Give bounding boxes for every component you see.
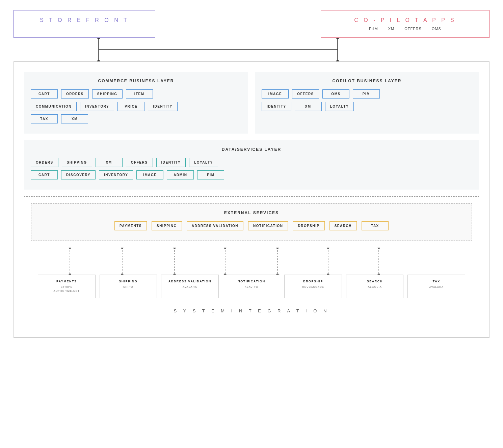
tag-item: ITEM	[126, 89, 153, 99]
copilot-layer-title: COPILOT BUSINESS LAYER	[262, 79, 472, 83]
svg-point-26	[378, 248, 380, 249]
tag-ext-dropship: DROPSHIP	[293, 221, 324, 230]
copilot-title: C O - P I L O T A P P S	[331, 17, 479, 23]
tag-ds-identity: IDENTITY	[156, 158, 186, 167]
page: S T O R E F R O N T C O - P I L O T A P …	[0, 0, 503, 348]
svg-point-9	[69, 274, 71, 275]
tag-ds-offers: OFFERS	[126, 158, 153, 167]
tag-oms: OMS	[322, 89, 349, 99]
commerce-business-layer: COMMERCE BUSINESS LAYER CART ORDERS SHIP…	[24, 72, 248, 134]
copilot-sub: P:IM XM OFFERS OMS	[331, 27, 479, 31]
system-shipping-title: SHIPPING	[103, 280, 154, 283]
tag-tax: TAX	[31, 114, 58, 123]
tag-ds-discovery: DISCOVERY	[61, 170, 96, 179]
commerce-layer-title: COMMERCE BUSINESS LAYER	[31, 79, 241, 83]
system-search-sub: ALGOLIA	[350, 285, 400, 289]
system-box-address: ADDRESS VALIDATION AVALARA	[161, 275, 219, 298]
svg-point-18	[224, 274, 227, 275]
tag-cart: CART	[31, 89, 58, 99]
commerce-row3: TAX XM	[31, 114, 241, 123]
tag-ext-shipping: SHIPPING	[152, 221, 182, 230]
tag-ext-address: ADDRESS VALIDATION	[187, 221, 243, 230]
system-address-sub: AVALARA	[165, 285, 215, 289]
business-layers-row: COMMERCE BUSINESS LAYER CART ORDERS SHIP…	[24, 72, 479, 134]
system-shipping-sub: SHIPO	[103, 285, 154, 289]
commerce-row1: CART ORDERS SHIPPING ITEM	[31, 89, 241, 99]
tag-loyalty: LOYALTY	[325, 102, 354, 111]
dashed-connectors	[31, 248, 472, 275]
copilot-sub-item: XM	[388, 27, 395, 31]
tag-ds-xm: XM	[96, 158, 123, 167]
tag-ds-shipping: SHIPPING	[62, 158, 92, 167]
tag-ext-payments: PAYMENTS	[114, 221, 147, 230]
data-services-row1: ORDERS SHIPPING XM OFFERS IDENTITY LOYAL…	[31, 158, 472, 167]
external-services-container: EXTERNAL SERVICES PAYMENTS SHIPPING ADDR…	[24, 196, 479, 327]
copilot-business-layer: COPILOT BUSINESS LAYER IMAGE OFFERS OMS …	[255, 72, 479, 134]
copilot-sub-item: P:IM	[369, 27, 378, 31]
system-box-dropship: DROPSHIP REVCASCADE	[284, 275, 342, 298]
tag-ds-orders: ORDERS	[31, 158, 58, 167]
system-address-title: ADDRESS VALIDATION	[165, 280, 215, 283]
tag-ds-inventory: INVENTORY	[99, 170, 133, 179]
tag-image: IMAGE	[262, 89, 289, 99]
tag-ds-loyalty: LOYALTY	[189, 158, 218, 167]
data-services-row2: CART DISCOVERY INVENTORY IMAGE ADMIN PIM	[31, 170, 472, 179]
system-integration-label: S Y S T E M I N T E G R A T I O N	[31, 308, 472, 313]
svg-point-17	[224, 248, 227, 249]
svg-point-21	[276, 274, 279, 275]
svg-point-12	[121, 274, 124, 275]
svg-point-24	[327, 274, 329, 275]
system-box-notification: NOTIFICATION KLAVIYO	[223, 275, 281, 298]
tag-inventory: INVENTORY	[80, 102, 114, 111]
system-search-title: SEARCH	[350, 280, 400, 283]
external-services-inner: EXTERNAL SERVICES PAYMENTS SHIPPING ADDR…	[31, 203, 472, 241]
tag-price: PRICE	[117, 102, 144, 111]
copilot-sub-item: OFFERS	[404, 27, 422, 31]
svg-point-14	[174, 248, 176, 249]
system-payments-title: PAYMENTS	[42, 280, 92, 283]
system-tax-sub: AVALARA	[411, 285, 461, 289]
svg-point-11	[121, 248, 124, 249]
storefront-title: S T O R E F R O N T	[24, 17, 145, 23]
tag-ds-image: IMAGE	[136, 170, 163, 179]
tag-xm: XM	[61, 114, 88, 123]
top-row: S T O R E F R O N T C O - P I L O T A P …	[14, 10, 489, 38]
tag-ext-notification: NOTIFICATION	[248, 221, 288, 230]
svg-point-5	[336, 38, 339, 39]
system-dropship-title: DROPSHIP	[288, 280, 338, 283]
main-container: COMMERCE BUSINESS LAYER CART ORDERS SHIP…	[14, 61, 489, 338]
system-box-tax: TAX AVALARA	[407, 275, 465, 298]
tag-identity2: IDENTITY	[262, 102, 291, 111]
external-services-title: EXTERNAL SERVICES	[38, 211, 465, 215]
system-dropship-sub: REVCASCADE	[288, 285, 338, 289]
system-payments-sub: STRIPEAUTHORIZE.NET	[42, 285, 92, 293]
system-box-search: SEARCH ALGOLIA	[346, 275, 404, 298]
tag-orders: ORDERS	[61, 89, 89, 99]
system-box-shipping: SHIPPING SHIPO	[100, 275, 157, 298]
system-tax-title: TAX	[411, 280, 461, 283]
top-connector-area	[14, 38, 489, 61]
svg-point-20	[276, 248, 279, 249]
storefront-box: S T O R E F R O N T	[14, 10, 155, 38]
tag-ds-admin: ADMIN	[167, 170, 194, 179]
tag-pim: PIM	[353, 89, 380, 99]
tag-identity: IDENTITY	[148, 102, 178, 111]
commerce-row2: COMMUNICATION INVENTORY PRICE IDENTITY	[31, 102, 241, 111]
tag-communication: COMMUNICATION	[31, 102, 77, 111]
svg-point-1	[97, 38, 100, 39]
system-box-payments: PAYMENTS STRIPEAUTHORIZE.NET	[38, 275, 96, 298]
svg-point-8	[69, 248, 71, 249]
system-notification-title: NOTIFICATION	[227, 280, 277, 283]
copilot-sub-item: OMS	[432, 27, 441, 31]
tag-ds-cart: CART	[31, 170, 58, 179]
copilot-box: C O - P I L O T A P P S P:IM XM OFFERS O…	[321, 10, 489, 38]
copilot-row1: IMAGE OFFERS OMS PIM	[262, 89, 472, 99]
svg-point-23	[327, 248, 329, 249]
data-services-title: DATA/SERVICES LAYER	[31, 147, 472, 152]
svg-point-27	[378, 274, 380, 275]
tag-offers: OFFERS	[292, 89, 319, 99]
svg-point-15	[174, 274, 176, 275]
system-boxes-row: PAYMENTS STRIPEAUTHORIZE.NET SHIPPING SH…	[31, 275, 472, 298]
copilot-row2: IDENTITY XM LOYALTY	[262, 102, 472, 111]
tag-ds-pim: PIM	[197, 170, 224, 179]
